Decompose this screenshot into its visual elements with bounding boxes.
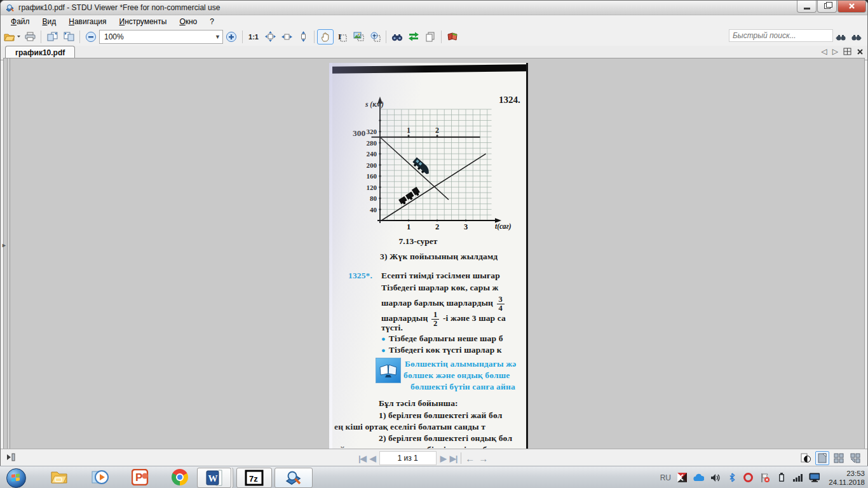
svg-text:320: 320 [367,128,377,135]
tab-scroll-right-icon[interactable]: ▷ [832,47,838,56]
clock-date: 24.11.2018 [829,478,865,487]
image-select-tool-button[interactable] [350,29,367,44]
history-back-button[interactable] [465,453,475,464]
document-viewport[interactable]: 1324. 4080120160200240280320123s (км)t(с… [3,58,865,450]
method-intro: Бұл тәсіл бойынша: [379,398,458,409]
taskbar-chrome-button[interactable] [169,469,191,485]
find-previous-icon [836,33,846,41]
text-select-tool-button[interactable]: I [334,29,350,44]
zoom-in-button[interactable] [223,29,240,44]
problem-1325-line2: Тізбедегі шарлар көк, сары ж [381,283,499,293]
quick-search-input[interactable] [729,29,833,42]
problem-1325-line1: Есепті тиімді тәсілмен шығар [381,271,500,281]
page-indicator-field[interactable] [379,451,437,465]
continuous-layout-button[interactable] [848,451,862,465]
volume-icon[interactable] [710,472,721,483]
rotate-right-icon [63,32,75,41]
print-icon [25,32,36,41]
electric-train-image [411,158,431,177]
menu-help[interactable]: ? [203,16,220,27]
start-button[interactable] [6,468,26,488]
action-center-flag-icon[interactable] [759,472,770,483]
toggle-panel-icon [6,452,16,462]
menu-window[interactable]: Окно [173,16,203,27]
close-button[interactable] [837,1,866,13]
taskbar-media-player-button[interactable] [89,469,112,485]
display-icon[interactable] [809,472,820,483]
combobox-arrow-icon[interactable]: ▼ [213,30,222,43]
find-previous-button[interactable] [834,29,848,44]
taskbar-stdu-viewer-button[interactable] [275,468,313,488]
windows-taskbar: P W 7z RU [0,466,868,488]
page-contrast-button[interactable] [799,451,813,465]
sevenzip-icon: 7z [245,470,264,486]
language-indicator[interactable]: RU [660,473,671,482]
menu-tools[interactable]: Инструменты [113,16,173,27]
history-forward-button[interactable] [478,453,488,464]
previous-page-button[interactable] [370,454,376,463]
single-page-layout-button[interactable] [815,451,829,465]
svg-text:300: 300 [353,128,366,138]
red-ring-icon[interactable] [743,472,754,483]
menu-view[interactable]: Вид [36,16,63,27]
switch-pages-button[interactable] [405,29,422,44]
zoom-out-button[interactable] [83,29,99,44]
network-signal-icon[interactable] [792,472,803,483]
rotate-right-button[interactable] [60,29,77,44]
hand-tool-icon [321,32,330,42]
method-line2: ең кіші ортақ еселігі болатын санды т [334,422,485,432]
taskbar-powerpoint-button[interactable]: P [130,469,153,485]
kaspersky-icon[interactable] [677,472,688,483]
bluetooth-icon[interactable] [726,472,737,483]
clock-time: 23:53 [829,469,865,478]
print-button[interactable] [22,29,38,44]
fit-page-button[interactable] [262,29,278,44]
taskbar-word-button[interactable]: W [197,468,231,488]
taskbar-7zip-button[interactable]: 7z [236,468,272,488]
next-page-button[interactable] [440,454,446,463]
tab-label: график10.pdf [15,48,65,57]
zoom-select-tool-button[interactable] [367,29,383,44]
toggle-panel-button[interactable] [6,452,16,464]
bookmarks-button[interactable] [444,29,461,44]
taskbar-explorer-button[interactable] [48,469,70,484]
svg-text:7z: 7z [249,474,258,484]
actual-size-label: 1:1 [248,33,259,41]
tab-scroll-left-icon[interactable]: ◁ [822,47,827,56]
rotate-left-button[interactable] [44,29,60,44]
cloud-icon[interactable] [693,472,704,483]
callout-line3: бөлшекті бүтін санға айна [410,382,515,392]
first-page-button[interactable] [358,454,366,463]
menu-file[interactable]: Файл [4,16,36,27]
svg-text:240: 240 [367,150,377,158]
open-file-button[interactable] [3,29,22,44]
toolbar-separator [79,30,80,43]
close-icon [848,3,855,10]
problem-1325-bullet2: Тізбедегі көк түсті шарлар к [381,345,502,355]
menu-navigation[interactable]: Навигация [62,16,112,27]
sidebar-splitter[interactable] [7,58,10,449]
title-bar[interactable]: график10.pdf - STDU Viewer *Free for non… [1,1,867,15]
search-button[interactable] [389,29,405,44]
copy-button[interactable] [422,29,438,44]
battery-icon[interactable] [776,472,787,483]
fit-height-button[interactable] [295,29,311,44]
tab-list-grid-icon[interactable] [843,48,851,55]
zoom-level-combobox[interactable]: 100% ▼ [99,30,223,44]
clock[interactable]: 23:53 24.11.2018 [829,469,865,487]
hand-tool-button[interactable] [317,29,334,44]
svg-text:W: W [208,473,218,484]
page-scan-top-bar [332,64,526,74]
grid-layout-button[interactable] [832,451,846,465]
minimize-button[interactable] [797,1,817,13]
tab-close-icon[interactable] [857,48,864,55]
sidebar-expander-icon[interactable]: ► [1,242,7,248]
wmp-icon [91,469,110,485]
fit-width-button[interactable] [278,29,295,44]
find-next-button[interactable] [850,29,864,44]
actual-size-button[interactable]: 1:1 [245,29,262,44]
last-page-button[interactable] [450,454,458,463]
minimize-icon [804,8,810,10]
restore-button[interactable] [817,1,837,13]
fit-height-icon [299,31,308,42]
